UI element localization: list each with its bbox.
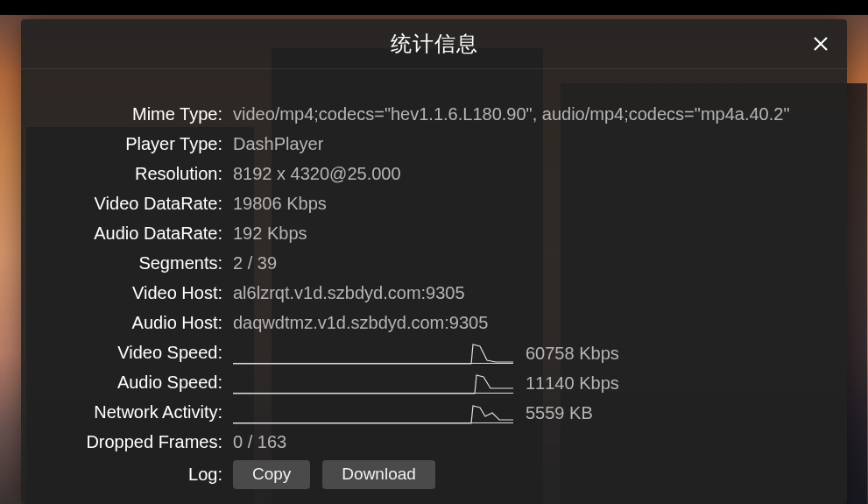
label-video-speed: Video Speed: [56, 343, 233, 363]
label-audio-datarate: Audio DataRate: [56, 224, 233, 244]
row-log: Log: Copy Download [56, 460, 812, 489]
row-audio-host: Audio Host: daqwdtmz.v1d.szbdyd.com:9305 [56, 311, 812, 334]
sparkline-audio-speed [233, 372, 513, 394]
value-video-datarate: 19806 Kbps [233, 194, 327, 214]
label-audio-speed: Audio Speed: [56, 373, 233, 393]
row-video-speed: Video Speed: 60758 Kbps [56, 341, 812, 364]
value-resolution: 8192 x 4320@25.000 [233, 164, 401, 184]
label-video-datarate: Video DataRate: [56, 194, 233, 214]
row-audio-speed: Audio Speed: 11140 Kbps [56, 371, 812, 394]
stats-modal: 统计信息 Mime Type: video/mp4;codecs="hev1.1… [21, 19, 847, 504]
value-video-host: al6lzrqt.v1d.szbdyd.com:9305 [233, 283, 465, 303]
modal-title: 统计信息 [391, 30, 478, 58]
sparkline-network-activity [233, 401, 513, 423]
row-segments: Segments: 2 / 39 [56, 252, 812, 274]
sparkline-video-speed [233, 342, 513, 364]
value-audio-speed: 11140 Kbps [526, 373, 619, 394]
row-resolution: Resolution: 8192 x 4320@25.000 [56, 162, 812, 185]
modal-header: 统计信息 [21, 19, 847, 69]
label-video-host: Video Host: [56, 283, 233, 303]
row-mime-type: Mime Type: video/mp4;codecs="hev1.1.6.L1… [56, 103, 812, 125]
value-mime-type: video/mp4;codecs="hev1.1.6.L180.90", aud… [233, 104, 790, 124]
value-player-type: DashPlayer [233, 134, 323, 154]
close-icon [812, 35, 829, 53]
label-mime-type: Mime Type: [56, 104, 233, 124]
value-video-speed: 60758 Kbps [526, 344, 619, 364]
value-audio-host: daqwdtmz.v1d.szbdyd.com:9305 [233, 313, 488, 333]
stats-body: Mime Type: video/mp4;codecs="hev1.1.6.L1… [21, 69, 847, 504]
label-resolution: Resolution: [56, 164, 233, 184]
row-dropped-frames: Dropped Frames: 0 / 163 [56, 430, 812, 453]
row-video-host: Video Host: al6lzrqt.v1d.szbdyd.com:9305 [56, 281, 812, 304]
row-player-type: Player Type: DashPlayer [56, 132, 812, 155]
label-audio-host: Audio Host: [56, 313, 233, 333]
row-network-activity: Network Activity: 5559 KB [56, 401, 812, 423]
download-button[interactable]: Download [322, 460, 435, 489]
value-audio-datarate: 192 Kbps [233, 224, 307, 244]
label-segments: Segments: [56, 253, 233, 273]
value-dropped-frames: 0 / 163 [233, 432, 286, 452]
row-audio-datarate: Audio DataRate: 192 Kbps [56, 222, 812, 245]
label-network-activity: Network Activity: [56, 402, 233, 422]
label-log: Log: [56, 465, 233, 485]
copy-button[interactable]: Copy [233, 460, 310, 489]
value-network-activity: 5559 KB [526, 403, 593, 423]
row-video-datarate: Video DataRate: 19806 Kbps [56, 192, 812, 215]
label-player-type: Player Type: [56, 134, 233, 154]
close-button[interactable] [808, 32, 833, 56]
label-dropped-frames: Dropped Frames: [56, 432, 233, 452]
value-segments: 2 / 39 [233, 253, 277, 273]
